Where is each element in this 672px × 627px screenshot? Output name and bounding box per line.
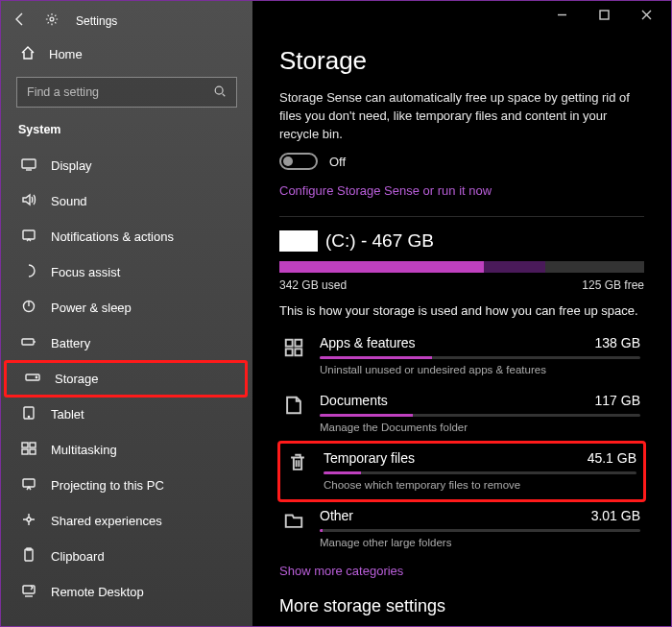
- category-sub: Manage other large folders: [320, 537, 640, 548]
- settings-icon: [45, 12, 59, 30]
- drive-usage-bar: [279, 261, 644, 273]
- svg-rect-21: [295, 340, 301, 347]
- svg-point-0: [50, 17, 54, 21]
- svg-rect-18: [23, 586, 35, 593]
- clipboard-icon: [20, 547, 37, 566]
- sidebar-item-label: Remote Desktop: [51, 585, 144, 599]
- remote-icon: [20, 583, 37, 601]
- toggle-state-label: Off: [329, 155, 346, 169]
- svg-point-15: [27, 518, 31, 521]
- category-sub: Choose which temporary files to remove: [324, 479, 636, 491]
- sidebar-item-notifications[interactable]: Notifications & actions: [1, 219, 252, 254]
- sidebar-item-multitasking[interactable]: Multitasking: [1, 432, 252, 468]
- sidebar: Settings Home Find a setting System Disp…: [1, 1, 252, 626]
- sidebar-home-label: Home: [49, 47, 83, 61]
- svg-rect-10: [22, 443, 28, 447]
- sidebar-item-label: Focus assist: [51, 265, 120, 279]
- category-name: Apps & features: [320, 335, 416, 350]
- sidebar-item-projecting[interactable]: Projecting to this PC: [1, 468, 252, 503]
- projecting-icon: [20, 476, 37, 494]
- category-list: Apps & features138 GB Uninstall unused o…: [279, 327, 644, 558]
- configure-storage-sense-link[interactable]: Configure Storage Sense or run it now: [279, 183, 492, 198]
- sidebar-item-label: Projecting to this PC: [51, 478, 164, 493]
- tablet-icon: [20, 405, 37, 423]
- sidebar-item-focus[interactable]: Focus assist: [1, 254, 252, 290]
- notifications-icon: [20, 228, 37, 246]
- sidebar-titlebar: Settings: [1, 7, 252, 36]
- sidebar-item-label: Display: [51, 158, 92, 173]
- svg-rect-22: [286, 350, 293, 356]
- svg-rect-13: [30, 449, 36, 454]
- maximize-button[interactable]: [587, 1, 621, 28]
- sound-icon: [20, 192, 37, 210]
- category-other[interactable]: Other3.01 GB Manage other large folders: [279, 500, 644, 558]
- how-storage-used-text: This is how your storage is used and how…: [279, 303, 644, 318]
- documents-icon: [283, 393, 306, 420]
- svg-point-1: [215, 86, 223, 94]
- battery-icon: [20, 334, 37, 352]
- category-size: 45.1 GB: [588, 450, 636, 466]
- sidebar-item-power[interactable]: Power & sleep: [1, 290, 252, 326]
- svg-rect-12: [22, 449, 28, 454]
- sidebar-item-label: Shared experiences: [51, 514, 162, 528]
- sidebar-home[interactable]: Home: [1, 36, 252, 73]
- display-icon: [20, 157, 37, 175]
- svg-rect-20: [286, 340, 293, 347]
- divider: [279, 216, 644, 217]
- sidebar-item-label: Clipboard: [51, 549, 105, 564]
- sidebar-category: System: [1, 117, 252, 142]
- window-title: Settings: [76, 14, 117, 28]
- svg-rect-3: [23, 230, 35, 239]
- storage-icon: [24, 370, 41, 388]
- multitasking-icon: [20, 441, 37, 459]
- category-size: 138 GB: [595, 335, 640, 350]
- sidebar-item-label: Storage: [55, 372, 99, 386]
- svg-rect-5: [22, 339, 34, 345]
- trash-icon: [287, 450, 310, 477]
- show-more-categories-link[interactable]: Show more categories: [279, 564, 403, 578]
- sidebar-item-label: Multitasking: [51, 443, 117, 457]
- storage-sense-toggle[interactable]: [279, 153, 318, 170]
- category-size: 117 GB: [595, 393, 640, 408]
- close-button[interactable]: [629, 1, 663, 28]
- sidebar-item-remote[interactable]: Remote Desktop: [1, 574, 252, 610]
- drive-used: 342 GB used: [279, 278, 347, 292]
- svg-point-7: [36, 376, 36, 377]
- storage-sense-text: Storage Sense can automatically free up …: [279, 89, 644, 144]
- search-input[interactable]: Find a setting: [16, 77, 237, 108]
- drive-color-swatch: [279, 230, 318, 252]
- svg-point-9: [28, 416, 29, 417]
- category-apps[interactable]: Apps & features138 GB Uninstall unused o…: [279, 327, 644, 385]
- minimize-button[interactable]: [544, 1, 579, 28]
- content-titlebar: [252, 1, 671, 29]
- back-icon[interactable]: [12, 12, 28, 31]
- svg-rect-2: [22, 159, 36, 168]
- sidebar-item-sound[interactable]: Sound: [1, 183, 252, 219]
- sidebar-item-battery[interactable]: Battery: [1, 326, 252, 361]
- sidebar-item-tablet[interactable]: Tablet: [1, 397, 252, 432]
- category-size: 3.01 GB: [591, 508, 640, 523]
- drive-name: (C:) - 467 GB: [325, 230, 434, 252]
- folder-icon: [283, 508, 306, 535]
- sidebar-item-label: Battery: [51, 336, 90, 350]
- sidebar-item-shared[interactable]: Shared experiences: [1, 503, 252, 539]
- search-icon: [213, 84, 227, 101]
- svg-rect-16: [25, 549, 33, 561]
- sidebar-item-display[interactable]: Display: [1, 148, 252, 183]
- drive-header: (C:) - 467 GB: [279, 230, 644, 252]
- svg-rect-19: [600, 11, 609, 19]
- category-temporary-files[interactable]: Temporary files45.1 GB Choose which temp…: [279, 443, 644, 500]
- sidebar-item-clipboard[interactable]: Clipboard: [1, 539, 252, 574]
- category-name: Temporary files: [324, 450, 415, 466]
- drive-free: 125 GB free: [582, 278, 644, 292]
- home-icon: [20, 45, 36, 63]
- more-storage-settings-title: More storage settings: [279, 596, 644, 616]
- category-documents[interactable]: Documents117 GB Manage the Documents fol…: [279, 385, 644, 443]
- sidebar-item-storage[interactable]: Storage: [5, 361, 247, 397]
- sidebar-item-label: Sound: [51, 194, 87, 208]
- category-sub: Uninstall unused or undesired apps & fea…: [320, 364, 640, 375]
- category-name: Other: [320, 508, 353, 523]
- content: Storage Storage Sense can automatically …: [252, 1, 671, 626]
- focus-icon: [20, 263, 37, 281]
- apps-icon: [283, 335, 306, 362]
